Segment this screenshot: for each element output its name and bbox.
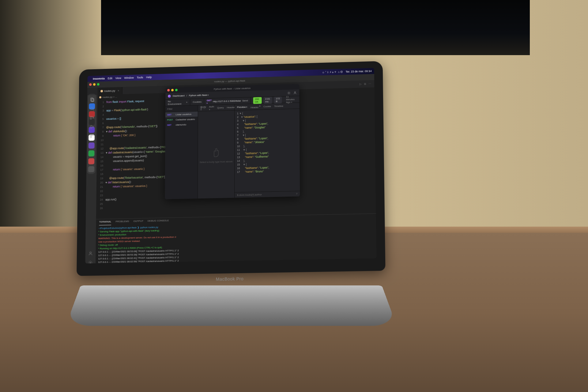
- screen: Insomnia Edit View Window Tools Help ⊙ ⌃…: [85, 68, 376, 263]
- filter-row: ⊕: [165, 105, 198, 112]
- help-icon[interactable]: ?: [296, 192, 298, 195]
- menu-tools[interactable]: Tools: [137, 76, 143, 79]
- request-olamundo[interactable]: GET olamundo: [165, 122, 198, 127]
- laptop-base: [66, 285, 397, 326]
- account-icon[interactable]: [88, 251, 93, 256]
- python-file-icon: [99, 96, 101, 98]
- more-icon[interactable]: ⋯: [368, 82, 371, 85]
- history-button[interactable]: 11 Minutes Ago: [286, 95, 297, 104]
- gear-icon[interactable]: [287, 91, 291, 95]
- window-controls[interactable]: [89, 83, 99, 86]
- svg-rect-0: [91, 98, 93, 101]
- debug-icon[interactable]: [90, 124, 95, 129]
- python-file-icon: [100, 90, 103, 92]
- dock-app3-icon[interactable]: [89, 142, 95, 149]
- svg-rect-6: [90, 134, 92, 136]
- status-bell-icon[interactable]: 🔔: [371, 262, 374, 263]
- laptop-lid: Insomnia Edit View Window Tools Help ⊙ ⌃…: [77, 61, 385, 276]
- explorer-icon[interactable]: [90, 97, 95, 102]
- close-icon[interactable]: [167, 89, 170, 92]
- source-control-icon[interactable]: [90, 115, 95, 120]
- insomnia-window: Python with flask – Listar usuários Dash…: [165, 84, 300, 199]
- terminal-body[interactable]: ~/Projetos/Estudos/python-api-flask ❯ py…: [95, 220, 376, 263]
- tab-cookie[interactable]: Cookie: [263, 105, 271, 108]
- svg-point-10: [90, 262, 91, 263]
- menu-edit[interactable]: Edit: [108, 77, 112, 80]
- svg-rect-7: [92, 134, 94, 136]
- minimize-icon[interactable]: [93, 83, 96, 86]
- menu-help[interactable]: Help: [146, 76, 152, 79]
- status-spaces[interactable]: Spaces: 2: [330, 262, 341, 263]
- scene-window: [101, 0, 530, 55]
- tab-header[interactable]: Header: [227, 106, 235, 109]
- svg-point-4: [91, 119, 92, 119]
- tab-query[interactable]: Query: [217, 106, 224, 109]
- minimize-icon[interactable]: [171, 89, 174, 91]
- status-eol[interactable]: LF: [354, 262, 357, 263]
- dock-spotify-icon[interactable]: [89, 150, 95, 156]
- svg-rect-8: [90, 136, 92, 138]
- tab-terminal[interactable]: TERMINAL: [99, 220, 111, 225]
- response-pane: Preview Header 8 Cookie Timeline 1 ▾ { 2…: [235, 103, 300, 198]
- zoom-icon[interactable]: [175, 89, 178, 91]
- vscode-title-text: routes.py — python-api-flask: [214, 79, 245, 83]
- crumb-workspace[interactable]: Python with flask: [189, 94, 209, 97]
- tab-preview[interactable]: Preview: [237, 106, 247, 109]
- filter-input[interactable]: [167, 107, 199, 111]
- menubar-app[interactable]: Insomnia: [93, 77, 105, 80]
- laptop-brand: MacBook Pro: [216, 276, 243, 282]
- gear-icon[interactable]: [88, 260, 93, 264]
- time-pill: 2.01 ms: [263, 97, 272, 104]
- size-pill: 172 B: [274, 96, 282, 103]
- tab-routes-py[interactable]: routes.py ×: [97, 87, 123, 95]
- status-enc[interactable]: UTF-8: [344, 262, 351, 264]
- run-icon[interactable]: ▷: [360, 82, 362, 86]
- menubar-clock[interactable]: Ter. 23 de mar. 09:14: [346, 70, 372, 73]
- search-icon[interactable]: [90, 106, 95, 111]
- close-icon[interactable]: [89, 83, 92, 86]
- sort-icon[interactable]: [204, 107, 205, 110]
- body-hint-text: Select a body type from above: [200, 160, 233, 163]
- tab-debugcon[interactable]: DEBUG CONSOLE: [148, 219, 169, 224]
- split-icon[interactable]: ⧉: [364, 82, 366, 86]
- request-body-empty: Select a body type from above: [198, 111, 234, 198]
- dock-app4-icon[interactable]: [88, 158, 94, 164]
- tab-timeline[interactable]: Timeline: [274, 105, 283, 108]
- extensions-icon[interactable]: [89, 134, 94, 138]
- laptop: Insomnia Edit View Window Tools Help ⊙ ⌃…: [77, 64, 401, 340]
- method-selector[interactable]: GET: [207, 99, 212, 104]
- request-label: Listar usuários: [175, 113, 191, 116]
- zoom-icon[interactable]: [97, 83, 100, 85]
- request-label: Cadastrar usuário: [175, 118, 195, 121]
- status-ln[interactable]: Ln 11, Col 1: [313, 262, 326, 263]
- tab-output[interactable]: OUTPUT: [133, 220, 143, 225]
- url-input[interactable]: http://127.0.0.1:5000/listar: [213, 100, 241, 103]
- breadcrumb-text: routes.py > ...: [103, 95, 117, 98]
- insomnia-logo-icon[interactable]: [168, 95, 171, 98]
- status-pill: 200 OK: [253, 97, 262, 104]
- hand-icon: [210, 145, 222, 157]
- tab-resp-header[interactable]: Header 8: [251, 105, 260, 108]
- response-body[interactable]: 1 ▾ { 2 ▾ "usuarios": [ 3 ▾ { 4 "lastNam…: [235, 109, 300, 192]
- status-lang[interactable]: Python: [360, 262, 368, 264]
- svg-point-9: [90, 252, 91, 253]
- cookies-button[interactable]: Cookies: [190, 99, 204, 105]
- user-icon[interactable]: [293, 91, 297, 95]
- tab-close-icon[interactable]: ×: [118, 89, 119, 92]
- menu-window[interactable]: Window: [124, 76, 134, 80]
- dock-settings-icon[interactable]: [88, 166, 94, 172]
- tab-auth[interactable]: Auth: [209, 105, 214, 111]
- terminal-panel: TERMINAL PROBLEMS OUTPUT DEBUG CONSOLE ~…: [96, 213, 376, 263]
- send-button[interactable]: Send: [242, 99, 248, 102]
- insomnia-body: ⊕ GET Listar usuários POST Cadastrar usu…: [165, 103, 300, 199]
- menu-view[interactable]: View: [115, 77, 121, 80]
- jsonpath-hint[interactable]: $.store.books[*].author: [237, 193, 294, 197]
- request-label: olamundo: [175, 123, 186, 126]
- env-selector[interactable]: No Environment: [165, 99, 190, 106]
- svg-point-3: [91, 116, 92, 117]
- tab-problems[interactable]: PROBLEMS: [115, 220, 129, 225]
- request-pane: Body Auth Query Header Select a body typ…: [198, 104, 235, 198]
- request-list-pane: ⊕ GET Listar usuários POST Cadastrar usu…: [165, 105, 198, 199]
- crumb-home[interactable]: Dashboard: [173, 94, 185, 97]
- svg-point-11: [288, 92, 289, 93]
